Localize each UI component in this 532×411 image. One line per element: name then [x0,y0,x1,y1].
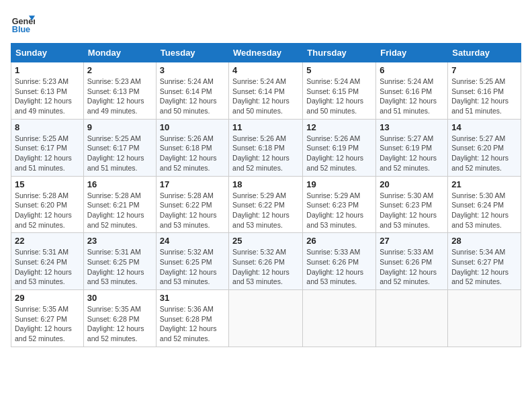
day-info: Sunrise: 5:27 AM Sunset: 6:20 PM Dayligh… [451,134,517,173]
day-info: Sunrise: 5:33 AM Sunset: 6:26 PM Dayligh… [306,247,372,287]
day-number: 10 [160,122,225,132]
day-number: 4 [232,65,299,75]
day-number: 6 [380,65,444,75]
day-number: 1 [15,65,80,75]
calendar-cell: 17Sunrise: 5:28 AM Sunset: 6:22 PM Dayli… [156,176,228,233]
day-number: 15 [15,179,80,189]
calendar-cell [303,290,376,347]
calendar-cell: 5Sunrise: 5:24 AM Sunset: 6:15 PM Daylig… [303,62,376,120]
calendar-cell: 8Sunrise: 5:25 AM Sunset: 6:17 PM Daylig… [11,119,84,176]
calendar-cell [376,290,448,347]
day-info: Sunrise: 5:24 AM Sunset: 6:16 PM Dayligh… [380,77,444,116]
weekday-header-monday: Monday [83,44,156,62]
day-info: Sunrise: 5:25 AM Sunset: 6:16 PM Dayligh… [451,77,517,116]
day-number: 21 [451,179,517,189]
calendar-cell: 2Sunrise: 5:23 AM Sunset: 6:13 PM Daylig… [83,62,156,120]
day-info: Sunrise: 5:24 AM Sunset: 6:15 PM Dayligh… [306,77,372,116]
calendar-cell: 24Sunrise: 5:32 AM Sunset: 6:25 PM Dayli… [156,233,228,290]
calendar-cell: 14Sunrise: 5:27 AM Sunset: 6:20 PM Dayli… [448,119,521,176]
day-info: Sunrise: 5:23 AM Sunset: 6:13 PM Dayligh… [87,77,152,116]
calendar-cell: 19Sunrise: 5:29 AM Sunset: 6:23 PM Dayli… [303,176,376,233]
weekday-header-saturday: Saturday [448,44,521,62]
calendar-cell: 10Sunrise: 5:26 AM Sunset: 6:18 PM Dayli… [156,119,228,176]
day-number: 14 [451,122,517,132]
day-number: 5 [306,65,372,75]
weekday-header-sunday: Sunday [11,44,84,62]
calendar-cell: 23Sunrise: 5:31 AM Sunset: 6:25 PM Dayli… [83,233,156,290]
calendar-week-row: 29Sunrise: 5:35 AM Sunset: 6:27 PM Dayli… [11,290,521,347]
day-number: 13 [380,122,444,132]
day-info: Sunrise: 5:34 AM Sunset: 6:27 PM Dayligh… [451,247,517,287]
day-info: Sunrise: 5:30 AM Sunset: 6:23 PM Dayligh… [380,191,444,230]
day-info: Sunrise: 5:24 AM Sunset: 6:14 PM Dayligh… [232,77,299,116]
day-number: 25 [232,236,299,246]
calendar-cell: 3Sunrise: 5:24 AM Sunset: 6:14 PM Daylig… [156,62,228,120]
calendar-cell: 6Sunrise: 5:24 AM Sunset: 6:16 PM Daylig… [376,62,448,120]
weekday-header-row: SundayMondayTuesdayWednesdayThursdayFrid… [11,44,521,62]
weekday-header-friday: Friday [376,44,448,62]
day-number: 9 [87,122,152,132]
calendar-cell: 9Sunrise: 5:25 AM Sunset: 6:17 PM Daylig… [83,119,156,176]
calendar-cell: 11Sunrise: 5:26 AM Sunset: 6:18 PM Dayli… [229,119,303,176]
day-number: 3 [160,65,225,75]
calendar-cell: 16Sunrise: 5:28 AM Sunset: 6:21 PM Dayli… [83,176,156,233]
day-info: Sunrise: 5:24 AM Sunset: 6:14 PM Dayligh… [160,77,225,116]
calendar-cell: 20Sunrise: 5:30 AM Sunset: 6:23 PM Dayli… [376,176,448,233]
day-info: Sunrise: 5:35 AM Sunset: 6:28 PM Dayligh… [87,304,152,344]
day-info: Sunrise: 5:29 AM Sunset: 6:22 PM Dayligh… [232,191,299,230]
day-info: Sunrise: 5:32 AM Sunset: 6:26 PM Dayligh… [232,247,299,287]
calendar-cell [448,290,521,347]
calendar-cell: 28Sunrise: 5:34 AM Sunset: 6:27 PM Dayli… [448,233,521,290]
calendar-cell: 15Sunrise: 5:28 AM Sunset: 6:20 PM Dayli… [11,176,84,233]
logo: General Blue [11,11,35,35]
day-info: Sunrise: 5:36 AM Sunset: 6:28 PM Dayligh… [160,304,225,344]
calendar-cell: 1Sunrise: 5:23 AM Sunset: 6:13 PM Daylig… [11,62,84,120]
day-info: Sunrise: 5:27 AM Sunset: 6:19 PM Dayligh… [380,134,444,173]
calendar-cell: 7Sunrise: 5:25 AM Sunset: 6:16 PM Daylig… [448,62,521,120]
day-number: 27 [380,236,444,246]
day-info: Sunrise: 5:28 AM Sunset: 6:20 PM Dayligh… [15,191,80,230]
calendar-week-row: 1Sunrise: 5:23 AM Sunset: 6:13 PM Daylig… [11,62,521,120]
calendar-cell: 12Sunrise: 5:26 AM Sunset: 6:19 PM Dayli… [303,119,376,176]
calendar-table: SundayMondayTuesdayWednesdayThursdayFrid… [11,43,521,347]
calendar-cell: 21Sunrise: 5:30 AM Sunset: 6:24 PM Dayli… [448,176,521,233]
day-info: Sunrise: 5:30 AM Sunset: 6:24 PM Dayligh… [451,191,517,230]
calendar-cell: 29Sunrise: 5:35 AM Sunset: 6:27 PM Dayli… [11,290,84,347]
day-info: Sunrise: 5:32 AM Sunset: 6:25 PM Dayligh… [160,247,225,287]
logo-icon: General Blue [11,11,35,35]
day-info: Sunrise: 5:35 AM Sunset: 6:27 PM Dayligh… [15,304,80,344]
day-number: 23 [87,236,152,246]
page-header: General Blue [11,11,521,35]
day-info: Sunrise: 5:31 AM Sunset: 6:24 PM Dayligh… [15,247,80,287]
day-info: Sunrise: 5:25 AM Sunset: 6:17 PM Dayligh… [15,134,80,173]
day-number: 22 [15,236,80,246]
day-number: 29 [15,293,80,303]
day-info: Sunrise: 5:25 AM Sunset: 6:17 PM Dayligh… [87,134,152,173]
day-info: Sunrise: 5:28 AM Sunset: 6:22 PM Dayligh… [160,191,225,230]
day-number: 2 [87,65,152,75]
day-info: Sunrise: 5:31 AM Sunset: 6:25 PM Dayligh… [87,247,152,287]
calendar-cell: 31Sunrise: 5:36 AM Sunset: 6:28 PM Dayli… [156,290,228,347]
weekday-header-thursday: Thursday [303,44,376,62]
calendar-cell: 4Sunrise: 5:24 AM Sunset: 6:14 PM Daylig… [229,62,303,120]
calendar-cell: 22Sunrise: 5:31 AM Sunset: 6:24 PM Dayli… [11,233,84,290]
svg-text:Blue: Blue [12,25,30,34]
calendar-week-row: 15Sunrise: 5:28 AM Sunset: 6:20 PM Dayli… [11,176,521,233]
day-info: Sunrise: 5:29 AM Sunset: 6:23 PM Dayligh… [306,191,372,230]
day-info: Sunrise: 5:26 AM Sunset: 6:18 PM Dayligh… [232,134,299,173]
day-number: 28 [451,236,517,246]
calendar-cell: 30Sunrise: 5:35 AM Sunset: 6:28 PM Dayli… [83,290,156,347]
day-info: Sunrise: 5:33 AM Sunset: 6:26 PM Dayligh… [380,247,444,287]
day-info: Sunrise: 5:26 AM Sunset: 6:19 PM Dayligh… [306,134,372,173]
day-number: 19 [306,179,372,189]
day-number: 31 [160,293,225,303]
calendar-cell: 26Sunrise: 5:33 AM Sunset: 6:26 PM Dayli… [303,233,376,290]
calendar-cell: 27Sunrise: 5:33 AM Sunset: 6:26 PM Dayli… [376,233,448,290]
day-number: 12 [306,122,372,132]
day-number: 18 [232,179,299,189]
day-number: 30 [87,293,152,303]
calendar-cell: 25Sunrise: 5:32 AM Sunset: 6:26 PM Dayli… [229,233,303,290]
day-number: 26 [306,236,372,246]
day-number: 11 [232,122,299,132]
calendar-cell: 18Sunrise: 5:29 AM Sunset: 6:22 PM Dayli… [229,176,303,233]
